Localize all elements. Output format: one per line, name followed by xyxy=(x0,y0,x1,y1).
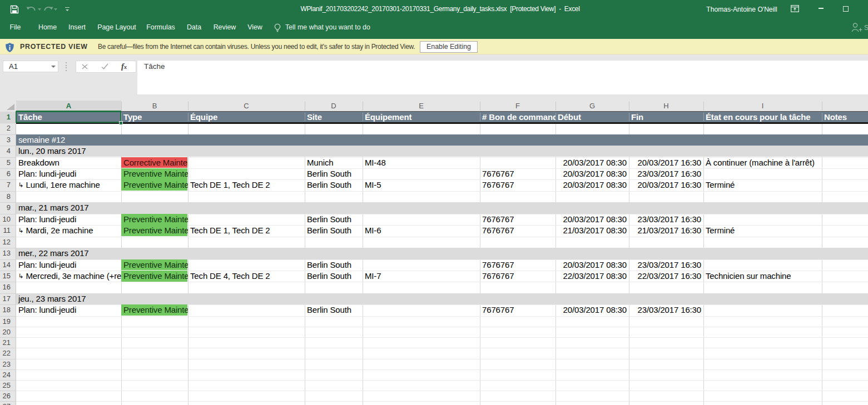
svg-text:S: S xyxy=(864,24,868,32)
